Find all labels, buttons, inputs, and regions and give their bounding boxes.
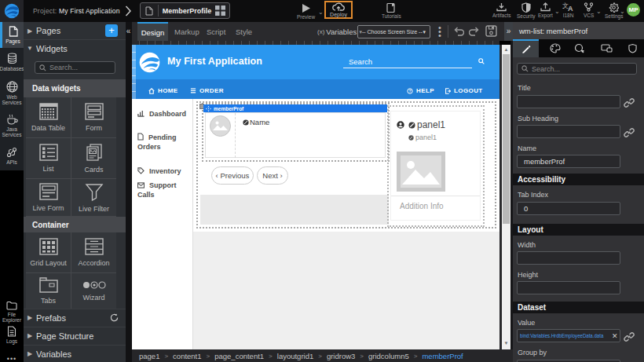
svg-text:A: A [568, 5, 573, 12]
svg-text:?: ? [409, 89, 412, 93]
